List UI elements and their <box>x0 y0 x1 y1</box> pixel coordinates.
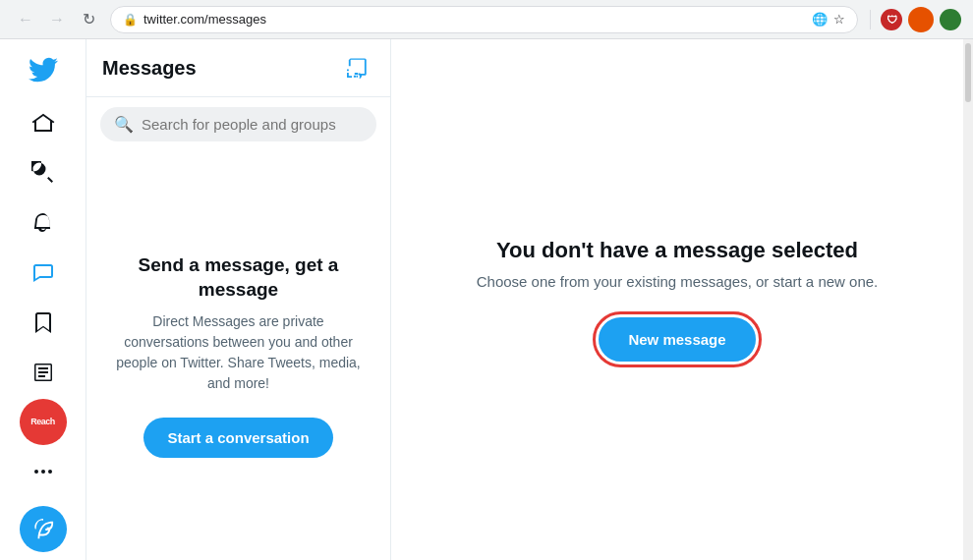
messages-icon <box>31 261 55 285</box>
bell-icon <box>31 211 55 235</box>
star-icon: ☆ <box>833 12 845 27</box>
sidebar-item-more[interactable] <box>20 449 67 495</box>
address-bar[interactable]: 🔒 twitter.com/messages 🌐 ☆ <box>110 6 858 33</box>
messages-empty-desc: Direct Messages are private conversation… <box>110 311 367 394</box>
start-conversation-button[interactable]: Start a conversation <box>143 418 332 458</box>
no-message-title: You don't have a message selected <box>496 238 858 263</box>
scrollbar[interactable] <box>963 39 973 560</box>
twitter-logo[interactable] <box>20 47 67 93</box>
reload-button[interactable]: ↻ <box>75 6 102 33</box>
new-message-icon-button[interactable] <box>341 51 374 84</box>
extension-avatar[interactable] <box>908 7 934 32</box>
main-content: You don't have a message selected Choose… <box>391 39 963 560</box>
browser-chrome: ← → ↻ 🔒 twitter.com/messages 🌐 ☆ 🛡 <box>0 0 973 39</box>
more-icon <box>31 460 55 483</box>
search-input[interactable] <box>142 116 363 133</box>
forward-button[interactable]: → <box>43 6 71 33</box>
extension-green[interactable] <box>940 9 961 30</box>
search-bar[interactable]: 🔍 <box>100 107 376 141</box>
messages-empty-title: Send a message, get a message <box>110 253 367 302</box>
sidebar-nav: Reach <box>0 39 86 560</box>
extension-shield[interactable]: 🛡 <box>881 9 902 30</box>
app-body: Reach Messages 🔍 Send a message, <box>0 39 973 560</box>
lock-icon: 🔒 <box>123 13 138 27</box>
sidebar-item-explore[interactable] <box>20 150 67 196</box>
sidebar-item-bookmarks[interactable] <box>20 300 67 346</box>
sidebar-item-home[interactable] <box>20 101 67 147</box>
url-text: twitter.com/messages <box>143 12 806 27</box>
sidebar-item-lists[interactable] <box>20 350 67 396</box>
browser-nav-buttons: ← → ↻ <box>12 6 102 33</box>
compose-icon <box>32 519 54 540</box>
compose-message-icon <box>347 57 369 79</box>
twitter-bird-icon <box>29 55 58 84</box>
earth-icon: 🌐 <box>812 12 828 27</box>
search-icon: 🔍 <box>114 115 134 134</box>
sidebar-item-messages[interactable] <box>20 250 67 296</box>
back-button[interactable]: ← <box>12 6 39 33</box>
messages-header: Messages <box>86 39 390 97</box>
compose-button[interactable] <box>20 506 67 552</box>
messages-empty-state: Send a message, get a message Direct Mes… <box>86 151 390 560</box>
browser-actions: 🛡 <box>866 7 961 32</box>
new-message-button[interactable]: New message <box>599 317 755 362</box>
home-icon <box>31 112 55 136</box>
svg-point-0 <box>34 470 38 474</box>
lists-icon <box>31 361 55 384</box>
scrollbar-thumb <box>965 43 971 102</box>
no-message-desc: Choose one from your existing messages, … <box>477 273 879 290</box>
messages-title: Messages <box>102 57 197 80</box>
svg-point-1 <box>41 470 45 474</box>
bookmark-icon <box>31 310 55 334</box>
explore-icon <box>31 161 55 185</box>
messages-panel: Messages 🔍 Send a message, get a message… <box>86 39 391 560</box>
sidebar-item-notifications[interactable] <box>20 200 67 247</box>
divider <box>870 10 871 29</box>
svg-point-2 <box>48 470 52 474</box>
sidebar-item-communities[interactable]: Reach <box>20 399 67 445</box>
